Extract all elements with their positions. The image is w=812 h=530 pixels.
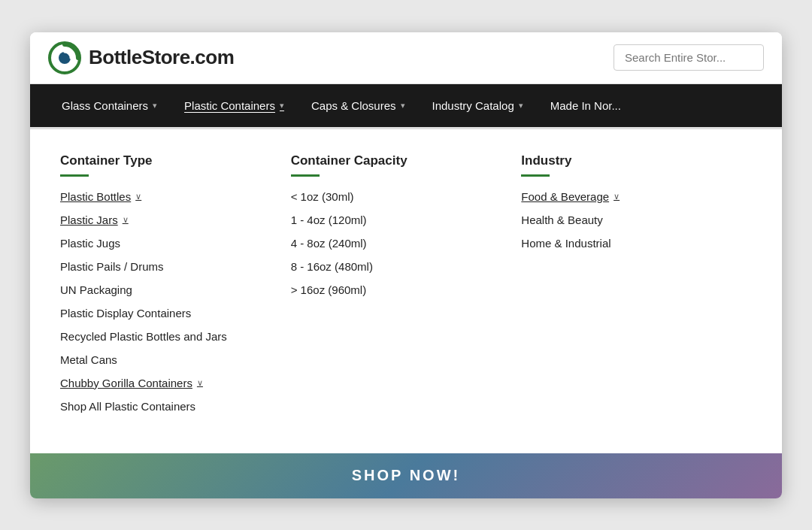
col-underline-industry — [521, 174, 550, 177]
link-capacity-4oz[interactable]: 1 - 4oz (120ml) — [291, 214, 507, 226]
link-health-beauty[interactable]: Health & Beauty — [521, 214, 737, 226]
link-capacity-8oz[interactable]: 4 - 8oz (240ml) — [291, 237, 507, 250]
link-shop-all-plastic-containers[interactable]: Shop All Plastic Containers — [60, 400, 276, 413]
nav-item-made-in-nor[interactable]: Made In Nor... — [537, 84, 635, 127]
nav-item-plastic-containers-label: Plastic Containers — [184, 99, 275, 112]
shop-now-label: SHOP NOW! — [352, 467, 460, 484]
col-underline-container-capacity — [291, 174, 320, 177]
dropdown-col-container-type: Container Type Plastic Bottles ∨ Plastic… — [60, 153, 291, 423]
link-capacity-16oz[interactable]: 8 - 16oz (480ml) — [291, 260, 507, 273]
logo-icon — [48, 41, 81, 74]
chevron-food-beverage: ∨ — [614, 192, 620, 201]
nav-item-made-in-nor-label: Made In Nor... — [550, 99, 621, 112]
dropdown-col-container-capacity: Container Capacity < 1oz (30ml) 1 - 4oz … — [291, 153, 522, 423]
link-capacity-1oz[interactable]: < 1oz (30ml) — [291, 190, 507, 203]
nav-chevron-industry: ▾ — [519, 101, 523, 111]
link-un-packaging[interactable]: UN Packaging — [60, 283, 276, 296]
link-capacity-over-16oz[interactable]: > 16oz (960ml) — [291, 283, 507, 296]
col-underline-container-type — [60, 174, 89, 177]
nav-item-glass-containers-label: Glass Containers — [62, 99, 148, 112]
link-chubby-gorilla-containers[interactable]: Chubby Gorilla Containers ∨ — [60, 377, 276, 389]
link-food-beverage[interactable]: Food & Beverage ∨ — [521, 190, 737, 203]
chevron-plastic-bottles: ∨ — [135, 192, 141, 201]
nav-item-industry-catalog[interactable]: Industry Catalog ▾ — [419, 84, 537, 127]
browser-window: BottleStore.com Glass Containers ▾ Plast… — [30, 32, 782, 498]
nav-chevron-plastic: ▾ — [280, 101, 284, 111]
search-input[interactable] — [614, 44, 764, 71]
link-home-industrial[interactable]: Home & Industrial — [521, 237, 737, 250]
link-plastic-jars[interactable]: Plastic Jars ∨ — [60, 214, 276, 226]
link-plastic-pails-drums[interactable]: Plastic Pails / Drums — [60, 260, 276, 273]
header: BottleStore.com — [30, 32, 782, 84]
logo-area: BottleStore.com — [48, 41, 234, 74]
nav-item-caps-closures-label: Caps & Closures — [311, 99, 396, 112]
bottom-banner[interactable]: SHOP NOW! — [30, 453, 782, 498]
nav-chevron-glass: ▾ — [153, 101, 157, 111]
link-plastic-bottles[interactable]: Plastic Bottles ∨ — [60, 190, 276, 203]
nav-bar: Glass Containers ▾ Plastic Containers ▾ … — [30, 84, 782, 127]
chevron-chubby-gorilla: ∨ — [197, 378, 203, 388]
dropdown-panel: Container Type Plastic Bottles ∨ Plastic… — [30, 127, 782, 453]
nav-chevron-caps: ▾ — [401, 101, 405, 111]
link-plastic-display-containers[interactable]: Plastic Display Containers — [60, 307, 276, 320]
col-heading-container-type: Container Type — [60, 153, 276, 168]
link-recycled-plastic-bottles-jars[interactable]: Recycled Plastic Bottles and Jars — [60, 330, 276, 343]
link-metal-cans[interactable]: Metal Cans — [60, 353, 276, 366]
chevron-plastic-jars: ∨ — [123, 215, 129, 225]
dropdown-col-industry: Industry Food & Beverage ∨ Health & Beau… — [521, 153, 752, 423]
nav-item-glass-containers[interactable]: Glass Containers ▾ — [48, 84, 171, 127]
col-heading-industry: Industry — [521, 153, 737, 168]
link-plastic-jugs[interactable]: Plastic Jugs — [60, 237, 276, 250]
nav-item-caps-closures[interactable]: Caps & Closures ▾ — [298, 84, 419, 127]
nav-item-industry-catalog-label: Industry Catalog — [432, 99, 514, 112]
nav-item-plastic-containers[interactable]: Plastic Containers ▾ — [171, 84, 298, 127]
logo-text: BottleStore.com — [89, 46, 234, 69]
col-heading-container-capacity: Container Capacity — [291, 153, 507, 168]
